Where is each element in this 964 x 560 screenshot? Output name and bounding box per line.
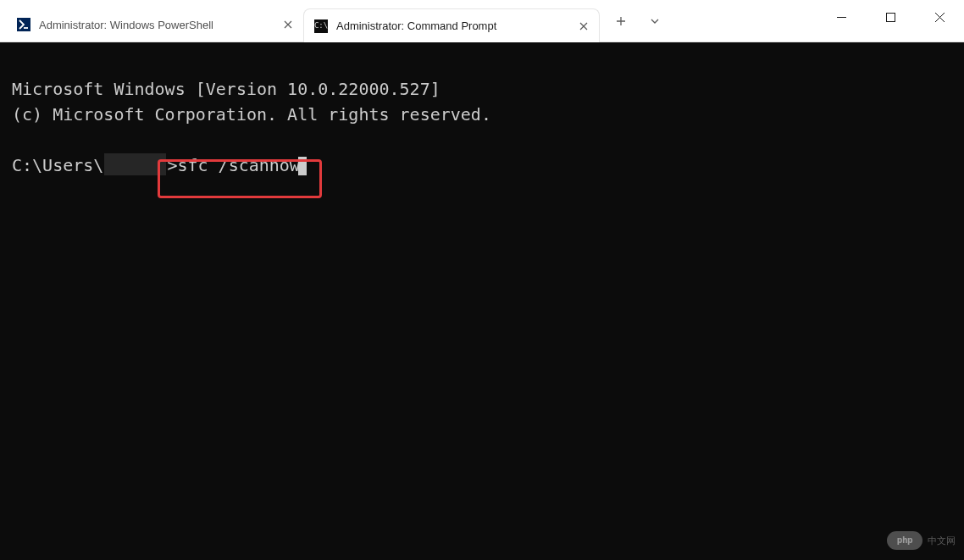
close-tab-button[interactable] <box>280 16 296 33</box>
version-line: Microsoft Windows [Version 10.0.22000.52… <box>12 79 440 99</box>
new-tab-button[interactable] <box>605 5 637 37</box>
close-window-button[interactable] <box>915 0 964 34</box>
tab-title: Administrator: Command Prompt <box>336 19 567 32</box>
titlebar-drag-area[interactable] <box>671 0 817 42</box>
copyright-line: (c) Microsoft Corporation. All rights re… <box>12 104 491 125</box>
command-text: sfc /scannow <box>177 155 300 175</box>
watermark-text: 中文网 <box>928 534 956 548</box>
watermark-logo: php <box>887 531 922 550</box>
close-tab-button[interactable] <box>575 18 592 35</box>
terminal-output[interactable]: Microsoft Windows [Version 10.0.22000.52… <box>0 42 964 560</box>
cmd-icon: C:\ <box>314 19 328 33</box>
cursor <box>298 157 307 175</box>
titlebar: Administrator: Windows PowerShell C:\ Ad… <box>0 0 964 42</box>
tab-dropdown-button[interactable] <box>639 5 671 37</box>
redacted-username <box>104 153 166 175</box>
tab-actions <box>600 0 671 42</box>
tab-powershell[interactable]: Administrator: Windows PowerShell <box>7 8 303 42</box>
svg-rect-0 <box>886 13 895 21</box>
tab-strip: Administrator: Windows PowerShell C:\ Ad… <box>0 0 600 42</box>
prompt-suffix: > <box>167 155 177 175</box>
minimize-button[interactable] <box>817 0 866 34</box>
powershell-icon <box>17 18 30 31</box>
maximize-button[interactable] <box>866 0 915 34</box>
tab-command-prompt[interactable]: C:\ Administrator: Command Prompt <box>303 8 600 42</box>
prompt-line: C:\Users\>sfc /scannow <box>12 155 307 175</box>
tab-title: Administrator: Windows PowerShell <box>39 19 271 31</box>
prompt-prefix: C:\Users\ <box>12 155 103 175</box>
window-controls <box>817 0 964 42</box>
watermark: php 中文网 <box>887 531 956 550</box>
